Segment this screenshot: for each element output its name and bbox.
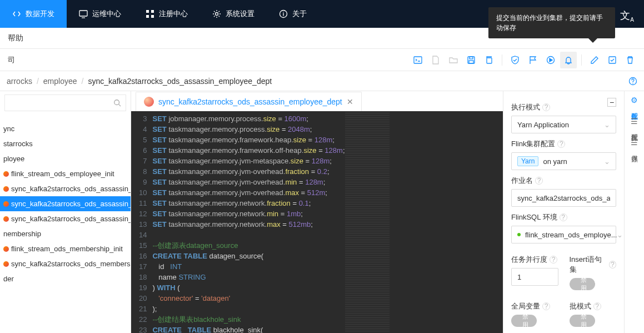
field-label: 全局变量? [511, 301, 558, 311]
tree-item-label: sync_kafka2starrocks_ods_assassin_employ… [11, 215, 131, 223]
globalvar-toggle[interactable]: 禁用 [511, 315, 537, 327]
tree-item[interactable]: flink_stream_ods_employee_init [0, 166, 131, 181]
minimap[interactable] [345, 111, 390, 333]
tree-item[interactable]: ync [0, 121, 131, 136]
copy-icon[interactable] [481, 52, 497, 68]
delete-icon[interactable] [622, 52, 638, 68]
help-icon[interactable]: ? [535, 177, 543, 185]
cluster-select[interactable]: Yarnon yarn⌄ [511, 152, 616, 170]
env-select[interactable]: flink_stream_ods_employe...⌄ [511, 226, 616, 243]
svg-rect-0 [79, 11, 87, 16]
gear-icon: ⚙ [631, 96, 638, 105]
tree-item[interactable]: starrocks [0, 136, 131, 151]
tree-item[interactable]: nembership [0, 226, 131, 241]
tree-item[interactable]: der [0, 271, 131, 286]
nav-about[interactable]: 关于 [267, 0, 319, 28]
config-panel: − 执行模式? Yarn Application⌄ Flink集群配置? Yar… [503, 91, 624, 333]
help-link[interactable]: 帮助 [8, 33, 23, 43]
help-icon[interactable]: ? [542, 103, 550, 111]
field-label: 执行模式? [511, 102, 607, 112]
chevron-down-icon: ⌄ [604, 121, 610, 129]
tree-item[interactable]: sync_kafka2starrocks_ods_assassin_employ… [0, 211, 131, 226]
tree-item-label: ync [3, 125, 14, 133]
crumb-item[interactable]: employee [43, 77, 77, 86]
search-input[interactable] [4, 95, 126, 111]
tree-item[interactable]: sync_kafka2starrocks_ods_assassin_employ… [0, 181, 131, 196]
code-editor[interactable]: 3456789101112131415161718192021222324 SE… [131, 111, 503, 333]
help-icon[interactable]: ? [593, 302, 601, 310]
help-icon[interactable] [628, 77, 637, 86]
flink-file-icon [3, 246, 9, 252]
close-icon[interactable]: ✕ [347, 97, 353, 106]
folder-icon[interactable] [445, 52, 462, 68]
chevron-down-icon: ⌄ [617, 231, 623, 239]
divider [581, 54, 582, 66]
status-dot-icon [517, 233, 521, 236]
jobname-input[interactable]: sync_kafka2starrocks_ods_assassin [511, 189, 616, 207]
crumb-item[interactable]: arrocks [7, 77, 32, 86]
svg-rect-3 [146, 15, 149, 18]
submit-tooltip: 提交当前的作业到集群，提交前请手动保存 [488, 7, 615, 38]
nav-label: 系统设置 [226, 9, 254, 19]
code-body[interactable]: SET jobmanager.memory.process.size = 160… [152, 111, 345, 333]
insert-toggle[interactable]: 禁用 [570, 278, 595, 290]
file-icon[interactable] [427, 52, 444, 68]
check-icon[interactable] [604, 52, 621, 68]
svg-rect-4 [151, 15, 154, 18]
tree-item[interactable]: sync_kafka2starrocks_ods_membership [0, 256, 131, 271]
crumb-item: sync_kafka2starrocks_ods_assassin_employ… [88, 77, 272, 86]
main: yncstarrocksployeeflink_stream_ods_emplo… [0, 91, 644, 333]
tree-item[interactable] [0, 115, 131, 121]
rail-savepoint[interactable]: ☰保存点 [630, 138, 639, 150]
bell-icon[interactable] [560, 52, 577, 68]
rail-exec-config[interactable]: ☰执行配置 [630, 117, 639, 129]
shield-icon[interactable] [507, 52, 523, 68]
gear-icon [212, 9, 221, 18]
clipboard-icon: ☰ [631, 117, 638, 126]
crumb-sep: / [37, 77, 39, 86]
batch-toggle[interactable]: 禁用 [570, 315, 595, 327]
nav-registry[interactable]: 注册中心 [133, 0, 200, 28]
svg-rect-2 [151, 10, 154, 13]
language-icon[interactable]: 文A [620, 9, 634, 23]
edit-icon[interactable] [586, 52, 603, 68]
tree-item[interactable]: sync_kafka2starrocks_ods_assassin_employ… [0, 196, 131, 211]
nav-label: 运维中心 [92, 9, 121, 19]
flink-file-icon [3, 186, 9, 192]
nav-ops[interactable]: 运维中心 [67, 0, 133, 28]
tree-item-label: sync_kafka2starrocks_ods_assassin_employ… [11, 200, 131, 208]
help-icon[interactable]: ? [542, 302, 550, 310]
nav-data-dev[interactable]: 数据开发 [0, 0, 67, 28]
exec-mode-select[interactable]: Yarn Application⌄ [511, 116, 616, 133]
help-icon[interactable]: ? [550, 256, 557, 264]
tree-item[interactable]: ployee [0, 151, 131, 166]
tree-item[interactable]: flink_stream_ods_membership_init [0, 241, 131, 256]
save-icon[interactable] [463, 52, 480, 68]
field-label: FlinkSQL 环境? [511, 212, 616, 222]
tree-search [0, 91, 131, 115]
flink-file-icon [3, 216, 9, 222]
play-icon[interactable] [542, 52, 559, 68]
tree-list: yncstarrocksployeeflink_stream_ods_emplo… [0, 115, 131, 286]
file-tree: yncstarrocksployeeflink_stream_ods_emplo… [0, 91, 131, 333]
toolbar: 司 [0, 49, 644, 71]
field-label: Insert语句集? [570, 255, 617, 275]
terminal-icon[interactable] [410, 52, 426, 68]
flag-icon[interactable] [525, 52, 541, 68]
flink-file-icon [3, 261, 9, 267]
svg-rect-10 [469, 61, 473, 63]
help-icon[interactable]: ? [609, 261, 616, 269]
help-icon[interactable]: ? [560, 213, 567, 221]
collapse-icon[interactable]: − [607, 98, 616, 107]
nav-label: 关于 [292, 9, 307, 19]
nav-settings[interactable]: 系统设置 [200, 0, 267, 28]
toolbar-lead: 司 [6, 55, 408, 65]
rail-job-config[interactable]: ⚙作业配置 [630, 96, 639, 108]
help-icon[interactable]: ? [557, 140, 565, 148]
crumb-sep: / [82, 77, 84, 86]
editor-tab[interactable]: sync_kafka2starrocks_ods_assassin_employ… [136, 92, 362, 111]
svg-rect-13 [609, 57, 616, 63]
parallelism-input[interactable]: 1 [511, 268, 558, 286]
chevron-down-icon: ⌄ [604, 157, 610, 166]
search-icon [113, 99, 121, 107]
